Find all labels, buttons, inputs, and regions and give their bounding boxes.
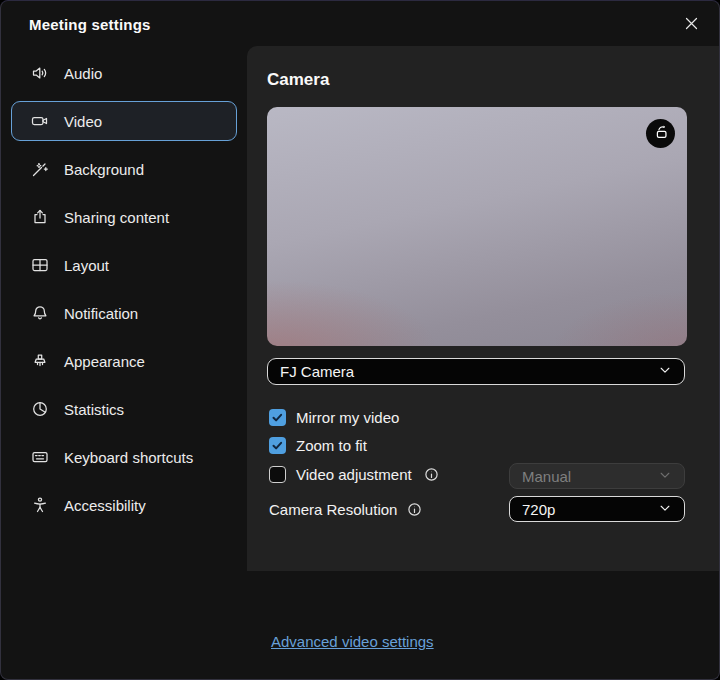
titlebar: Meeting settings (1, 1, 719, 49)
mirror-my-video-row[interactable]: Mirror my video (269, 409, 399, 426)
sidebar-item-label: Video (64, 113, 102, 130)
video-adjustment-row[interactable]: Video adjustment (269, 466, 439, 483)
close-icon (684, 16, 699, 34)
sidebar-item-sharing-content[interactable]: Sharing content (11, 197, 237, 237)
sidebar-item-notification[interactable]: Notification (11, 293, 237, 333)
section-title: Camera (267, 70, 329, 90)
video-camera-icon (30, 111, 50, 131)
close-button[interactable] (675, 9, 707, 41)
sidebar-item-layout[interactable]: Layout (11, 245, 237, 285)
camera-resolution-label: Camera Resolution (269, 501, 397, 518)
zoom-to-fit-checkbox[interactable] (269, 437, 286, 454)
sidebar-item-statistics[interactable]: Statistics (11, 389, 237, 429)
checkbox-label: Mirror my video (296, 409, 399, 426)
sidebar-item-background[interactable]: Background (11, 149, 237, 189)
info-icon[interactable] (424, 467, 439, 482)
camera-device-select[interactable]: FJ Camera (267, 358, 685, 385)
bell-icon (30, 303, 50, 323)
sidebar-item-accessibility[interactable]: Accessibility (11, 485, 237, 525)
sidebar-item-label: Audio (64, 65, 102, 82)
camera-resolution-select[interactable]: 720p (509, 496, 685, 522)
share-icon (30, 207, 50, 227)
sidebar-item-label: Sharing content (64, 209, 169, 226)
dialog-title: Meeting settings (29, 16, 151, 33)
meeting-settings-dialog: Meeting settings Audio Video Background (0, 0, 720, 680)
sidebar-item-keyboard-shortcuts[interactable]: Keyboard shortcuts (11, 437, 237, 477)
checkbox-label: Video adjustment (296, 466, 412, 483)
magic-wand-icon (30, 159, 50, 179)
rotate-camera-icon (652, 123, 670, 144)
advanced-video-settings-link[interactable]: Advanced video settings (271, 633, 434, 650)
pie-chart-icon (30, 399, 50, 419)
rotate-camera-button[interactable] (646, 119, 675, 148)
settings-sidebar: Audio Video Background Sharing content L… (1, 49, 247, 679)
chevron-down-icon (658, 363, 672, 380)
chevron-down-icon (658, 468, 672, 485)
paintbrush-icon (30, 351, 50, 371)
speaker-icon (30, 63, 50, 83)
camera-resolution-value: 720p (522, 501, 555, 518)
sidebar-item-label: Background (64, 161, 144, 178)
checkbox-label: Zoom to fit (296, 437, 367, 454)
camera-preview (267, 107, 687, 346)
zoom-to-fit-row[interactable]: Zoom to fit (269, 437, 367, 454)
sidebar-item-label: Statistics (64, 401, 124, 418)
keyboard-icon (30, 447, 50, 467)
video-adjustment-mode-select: Manual (509, 463, 685, 489)
chevron-down-icon (658, 501, 672, 518)
sidebar-item-video[interactable]: Video (11, 101, 237, 141)
accessibility-icon (30, 495, 50, 515)
sidebar-item-label: Accessibility (64, 497, 146, 514)
video-settings-panel: Camera FJ Camera Mirror my video (247, 46, 719, 571)
sidebar-item-label: Layout (64, 257, 109, 274)
sidebar-item-audio[interactable]: Audio (11, 53, 237, 93)
sidebar-item-label: Appearance (64, 353, 145, 370)
camera-resolution-label-row: Camera Resolution (269, 501, 422, 518)
info-icon[interactable] (407, 502, 422, 517)
video-adjustment-checkbox[interactable] (269, 466, 286, 483)
sidebar-item-label: Notification (64, 305, 138, 322)
sidebar-item-appearance[interactable]: Appearance (11, 341, 237, 381)
sidebar-item-label: Keyboard shortcuts (64, 449, 193, 466)
video-adjustment-mode-value: Manual (522, 468, 571, 485)
camera-device-value: FJ Camera (280, 363, 354, 380)
mirror-my-video-checkbox[interactable] (269, 409, 286, 426)
grid-icon (30, 255, 50, 275)
